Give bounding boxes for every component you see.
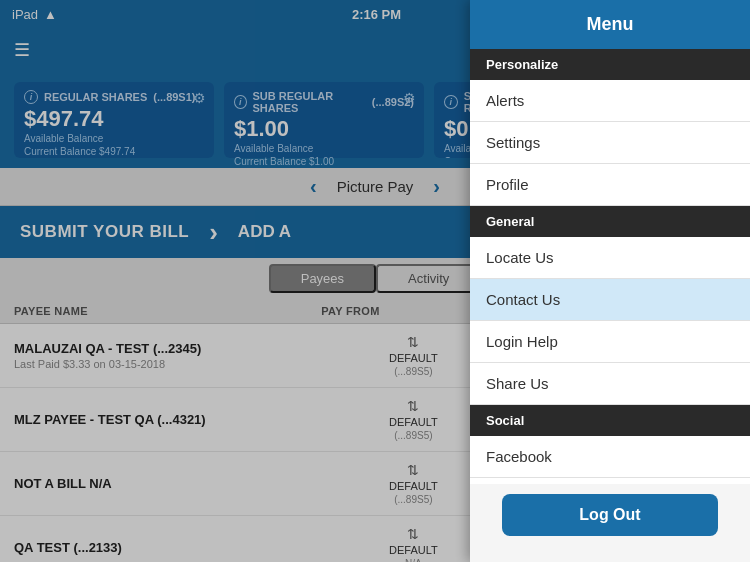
menu-item-locate-us[interactable]: Locate Us bbox=[470, 237, 750, 279]
menu-item-contact-us[interactable]: Contact Us bbox=[470, 279, 750, 321]
menu-item-login-help[interactable]: Login Help bbox=[470, 321, 750, 363]
dim-overlay[interactable] bbox=[0, 0, 470, 562]
menu-section-social: Social bbox=[470, 405, 750, 436]
menu-overlay: Menu Personalize Alerts Settings Profile… bbox=[470, 0, 750, 562]
menu-section-personalize: Personalize bbox=[470, 49, 750, 80]
menu-item-facebook[interactable]: Facebook bbox=[470, 436, 750, 478]
menu-logout-button[interactable]: Log Out bbox=[502, 494, 718, 536]
menu-item-settings[interactable]: Settings bbox=[470, 122, 750, 164]
menu-item-alerts[interactable]: Alerts bbox=[470, 80, 750, 122]
menu-item-profile[interactable]: Profile bbox=[470, 164, 750, 206]
menu-item-share-us[interactable]: Share Us bbox=[470, 363, 750, 405]
menu-header: Menu bbox=[470, 0, 750, 49]
menu-section-general: General bbox=[470, 206, 750, 237]
